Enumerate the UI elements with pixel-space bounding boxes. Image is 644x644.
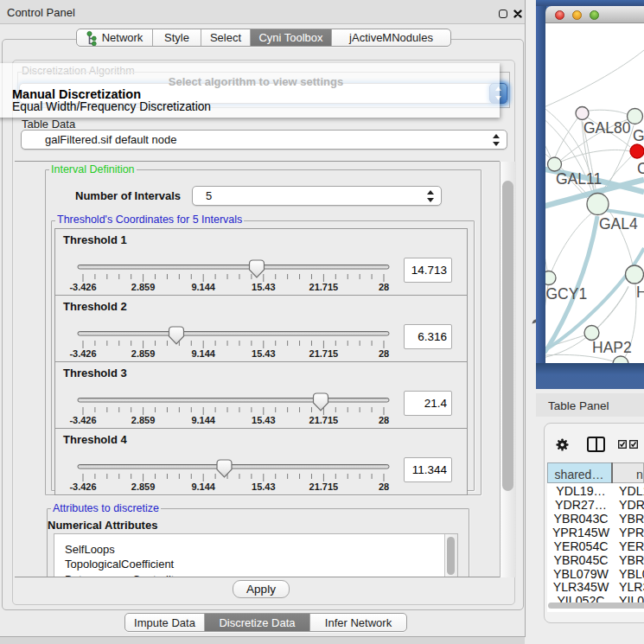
svg-text:9.144: 9.144 xyxy=(191,415,215,425)
svg-text:Threshold 2: Threshold 2 xyxy=(63,300,127,313)
svg-text:28: 28 xyxy=(379,282,389,292)
svg-text:C: C xyxy=(637,160,644,177)
svg-text:-3.426: -3.426 xyxy=(69,348,96,359)
svg-text:2.859: 2.859 xyxy=(131,348,156,359)
svg-text:Threshold 3: Threshold 3 xyxy=(63,367,127,379)
svg-text:Threshold 1: Threshold 1 xyxy=(63,233,127,246)
svg-text:15.43: 15.43 xyxy=(252,282,276,292)
svg-text:15.43: 15.43 xyxy=(252,348,276,359)
svg-text:21.715: 21.715 xyxy=(309,415,339,425)
svg-text:9.144: 9.144 xyxy=(191,481,215,492)
svg-text:21.715: 21.715 xyxy=(309,282,339,292)
svg-text:GCY1: GCY1 xyxy=(546,285,588,303)
svg-text:2.859: 2.859 xyxy=(131,481,156,492)
svg-text:GAL80: GAL80 xyxy=(583,119,631,137)
svg-text:GAL11: GAL11 xyxy=(556,170,602,188)
svg-text:-3.426: -3.426 xyxy=(69,481,96,492)
svg-text:21.715: 21.715 xyxy=(309,348,339,359)
svg-text:21.715: 21.715 xyxy=(309,481,339,492)
svg-text:-3.426: -3.426 xyxy=(69,282,96,292)
svg-text:HAP2: HAP2 xyxy=(592,339,632,356)
svg-text:28: 28 xyxy=(379,348,389,359)
svg-text:28: 28 xyxy=(379,415,389,425)
svg-text:9.144: 9.144 xyxy=(191,348,215,359)
svg-text:15.43: 15.43 xyxy=(252,415,276,425)
svg-text:15.43: 15.43 xyxy=(252,481,276,492)
svg-text:H: H xyxy=(636,284,644,301)
svg-text:Threshold 4: Threshold 4 xyxy=(63,433,127,446)
svg-text:2.859: 2.859 xyxy=(131,415,156,425)
svg-text:GAL4: GAL4 xyxy=(599,215,638,233)
svg-text:9.144: 9.144 xyxy=(191,282,215,292)
svg-text:28: 28 xyxy=(379,481,389,492)
svg-text:2.859: 2.859 xyxy=(131,282,156,292)
svg-text:GA: GA xyxy=(633,127,644,144)
svg-text:-3.426: -3.426 xyxy=(69,415,96,425)
